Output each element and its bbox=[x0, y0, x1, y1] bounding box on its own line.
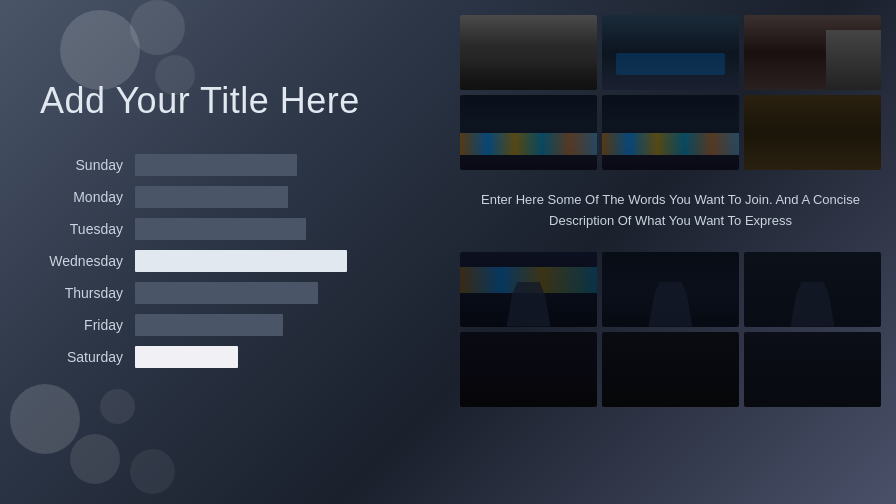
top-photo-6 bbox=[744, 95, 881, 170]
day-label-tuesday: Tuesday bbox=[40, 221, 135, 237]
bar-tuesday bbox=[135, 218, 306, 240]
bar-friday bbox=[135, 314, 283, 336]
bar-container-friday bbox=[135, 314, 430, 336]
top-photo-2 bbox=[602, 15, 739, 90]
bar-sunday bbox=[135, 154, 297, 176]
bar-wednesday bbox=[135, 250, 347, 272]
bottom-photo-4 bbox=[460, 332, 597, 407]
day-label-wednesday: Wednesday bbox=[40, 253, 135, 269]
chart-row-monday: Monday bbox=[40, 184, 430, 210]
chart-row-sunday: Sunday bbox=[40, 152, 430, 178]
day-label-thursday: Thursday bbox=[40, 285, 135, 301]
bar-thursday bbox=[135, 282, 318, 304]
day-label-sunday: Sunday bbox=[40, 157, 135, 173]
page-title: Add Your Title Here bbox=[40, 80, 430, 122]
description-text: Enter Here Some Of The Words You Want To… bbox=[460, 180, 881, 242]
chart-row-saturday: Saturday bbox=[40, 344, 430, 370]
bottom-photo-1 bbox=[460, 252, 597, 327]
bar-chart: SundayMondayTuesdayWednesdayThursdayFrid… bbox=[40, 152, 430, 370]
bar-container-thursday bbox=[135, 282, 430, 304]
bar-container-sunday bbox=[135, 154, 430, 176]
chart-row-thursday: Thursday bbox=[40, 280, 430, 306]
bottom-photo-6 bbox=[744, 332, 881, 407]
top-photo-5 bbox=[602, 95, 739, 170]
bottom-photo-2 bbox=[602, 252, 739, 327]
bottom-photo-grid bbox=[460, 252, 881, 407]
top-photo-1 bbox=[460, 15, 597, 90]
bottom-photo-5 bbox=[602, 332, 739, 407]
day-label-saturday: Saturday bbox=[40, 349, 135, 365]
right-panel: Enter Here Some Of The Words You Want To… bbox=[450, 0, 896, 504]
bar-saturday bbox=[135, 346, 238, 368]
top-photo-grid bbox=[460, 15, 881, 170]
bar-container-wednesday bbox=[135, 250, 430, 272]
left-panel: Add Your Title Here SundayMondayTuesdayW… bbox=[0, 0, 450, 504]
day-label-friday: Friday bbox=[40, 317, 135, 333]
chart-row-tuesday: Tuesday bbox=[40, 216, 430, 242]
bar-container-saturday bbox=[135, 346, 430, 368]
chart-row-wednesday: Wednesday bbox=[40, 248, 430, 274]
top-photo-4 bbox=[460, 95, 597, 170]
day-label-monday: Monday bbox=[40, 189, 135, 205]
bar-container-tuesday bbox=[135, 218, 430, 240]
top-photo-3 bbox=[744, 15, 881, 90]
bar-monday bbox=[135, 186, 288, 208]
bar-container-monday bbox=[135, 186, 430, 208]
bottom-photo-3 bbox=[744, 252, 881, 327]
chart-row-friday: Friday bbox=[40, 312, 430, 338]
